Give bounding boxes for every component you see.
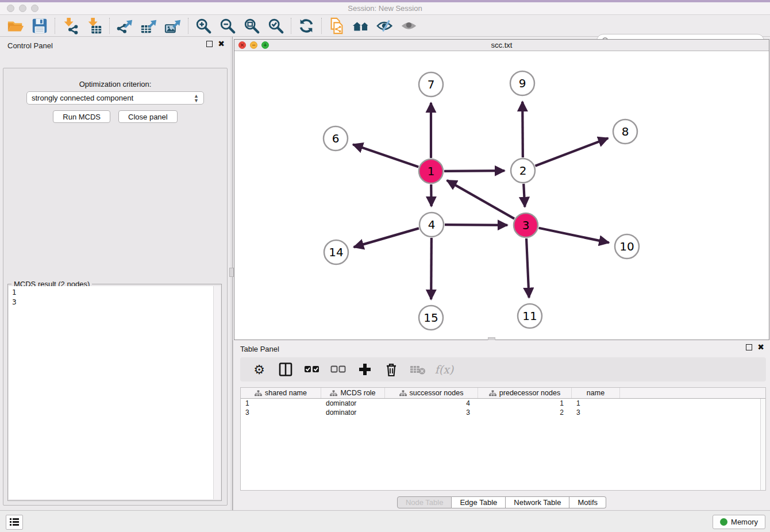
column-header-predecessor-nodes[interactable]: predecessor nodes — [478, 388, 572, 398]
column-view-icon[interactable] — [276, 360, 295, 379]
table-close-icon[interactable]: ✖ — [757, 344, 764, 350]
table-cell[interactable]: dominator — [321, 408, 385, 417]
criterion-dropdown[interactable]: strongly connected component ▲▼ — [26, 91, 204, 105]
sort-hierarchy-icon — [255, 390, 262, 396]
show-all-icon[interactable] — [397, 16, 421, 36]
node-4[interactable]: 4 — [419, 213, 444, 237]
column-header-shared-name[interactable]: shared name — [241, 388, 321, 398]
control-panel-title: Control Panel — [7, 41, 53, 50]
edge-2-9[interactable] — [522, 102, 523, 157]
export-table-icon[interactable] — [137, 16, 161, 36]
node-10[interactable]: 10 — [615, 234, 639, 259]
tab-network-table[interactable]: Network Table — [506, 496, 569, 508]
table-cell[interactable]: 2 — [478, 408, 572, 417]
column-header-successor-nodes[interactable]: successor nodes — [385, 388, 478, 398]
delete-column-icon[interactable] — [382, 360, 401, 379]
memory-label: Memory — [731, 518, 758, 526]
mcds-result-group: MCDS result (2 nodes) 1 3 — [7, 284, 222, 501]
node-9[interactable]: 9 — [510, 71, 534, 95]
edge-3-11[interactable] — [526, 238, 529, 298]
edge-1-2[interactable] — [444, 171, 505, 171]
table-row[interactable]: 1dominator411 — [241, 399, 765, 408]
float-panel-icon[interactable] — [206, 41, 213, 47]
table-cell[interactable]: 4 — [385, 399, 478, 408]
network-window-titlebar[interactable]: ✕ – + scc.txt — [234, 40, 769, 51]
splitter-grip[interactable] — [229, 268, 234, 277]
show-panels-button[interactable] — [6, 515, 23, 530]
network-maximize-button[interactable]: + — [261, 41, 269, 49]
first-neighbors-icon[interactable] — [349, 16, 373, 36]
import-table-icon[interactable] — [82, 16, 106, 36]
column-label: shared name — [265, 389, 307, 397]
column-header-name[interactable]: name — [572, 388, 620, 398]
node-6[interactable]: 6 — [324, 126, 348, 151]
export-image-icon[interactable] — [161, 16, 185, 36]
table-cell[interactable]: 1 — [241, 399, 321, 408]
control-panel-header: Control Panel ✖ — [0, 37, 230, 54]
table-cell[interactable]: 3 — [241, 408, 321, 417]
svg-text:8: 8 — [622, 125, 629, 138]
save-session-icon[interactable] — [28, 16, 52, 36]
close-panel-icon[interactable]: ✖ — [218, 41, 225, 47]
edge-3-10[interactable] — [539, 228, 609, 243]
node-15[interactable]: 15 — [419, 306, 443, 330]
zoom-out-icon[interactable] — [215, 16, 240, 36]
zoom-fit-icon[interactable] — [240, 16, 264, 36]
node-14[interactable]: 14 — [324, 240, 348, 264]
export-network-icon[interactable] — [113, 16, 137, 36]
select-all-icon[interactable] — [302, 360, 322, 379]
column-label: MCDS role — [340, 389, 375, 397]
result-scrollbar[interactable] — [213, 286, 221, 499]
node-7[interactable]: 7 — [419, 72, 443, 97]
network-close-button[interactable]: ✕ — [238, 41, 246, 49]
new-network-from-selection-icon[interactable] — [325, 16, 349, 36]
table-row[interactable]: 3dominator323 — [241, 408, 765, 417]
table-cell[interactable]: 1 — [478, 399, 572, 408]
table-scrollbar[interactable] — [760, 399, 765, 490]
node-3[interactable]: 3 — [514, 213, 538, 237]
close-panel-button[interactable]: Close panel — [118, 110, 178, 123]
table-float-icon[interactable] — [746, 344, 752, 350]
tab-motifs[interactable]: Motifs — [569, 496, 606, 508]
run-mcds-button[interactable]: Run MCDS — [53, 110, 110, 123]
node-8[interactable]: 8 — [613, 119, 637, 144]
refresh-icon[interactable] — [294, 16, 318, 36]
toolbar-icon-group — [3, 16, 421, 36]
edge-2-8[interactable] — [535, 138, 608, 165]
edge-2-3[interactable] — [523, 184, 525, 207]
zoom-in-icon[interactable] — [191, 16, 215, 36]
toolbar-separator — [188, 18, 188, 34]
column-header-mcds-role[interactable]: MCDS role — [321, 388, 385, 398]
network-minimize-button[interactable]: – — [250, 41, 257, 49]
import-network-icon[interactable] — [58, 16, 82, 36]
edge-4-14[interactable] — [354, 228, 419, 247]
deselect-all-icon[interactable] — [329, 360, 348, 379]
settings-icon[interactable]: ⚙ — [249, 360, 269, 379]
node-11[interactable]: 11 — [518, 304, 542, 328]
edge-4-3[interactable] — [445, 225, 507, 225]
table-cell[interactable]: dominator — [321, 399, 385, 408]
hide-selected-icon[interactable] — [373, 16, 397, 36]
status-bar: Memory — [0, 510, 770, 532]
svg-text:6: 6 — [332, 132, 340, 145]
table-header-row: shared nameMCDS rolesuccessor nodesprede… — [241, 388, 765, 399]
open-file-icon[interactable] — [3, 16, 28, 36]
mcds-result-text[interactable]: 1 3 — [9, 286, 214, 499]
table-cell[interactable]: 1 — [572, 399, 620, 408]
edge-4-15[interactable] — [431, 238, 432, 299]
memory-button[interactable]: Memory — [713, 515, 765, 529]
toolbar-separator — [109, 18, 110, 34]
table-cell[interactable]: 3 — [385, 408, 478, 417]
network-canvas[interactable]: 7968124314101511 — [234, 51, 769, 340]
table-cell[interactable]: 3 — [572, 408, 620, 417]
add-column-icon[interactable] — [355, 360, 375, 379]
edge-1-6[interactable] — [353, 144, 418, 167]
tab-edge-table[interactable]: Edge Table — [452, 496, 506, 508]
node-1[interactable]: 1 — [419, 159, 443, 183]
tab-node-table[interactable]: Node Table — [397, 496, 452, 508]
zoom-selected-icon[interactable] — [264, 16, 288, 36]
node-2[interactable]: 2 — [511, 159, 535, 183]
table-panel: Table Panel ✖ ⚙f(x) shared nameMCDS role… — [233, 340, 770, 510]
edge-3-1[interactable] — [447, 180, 514, 219]
sort-hierarchy-icon — [489, 390, 496, 396]
